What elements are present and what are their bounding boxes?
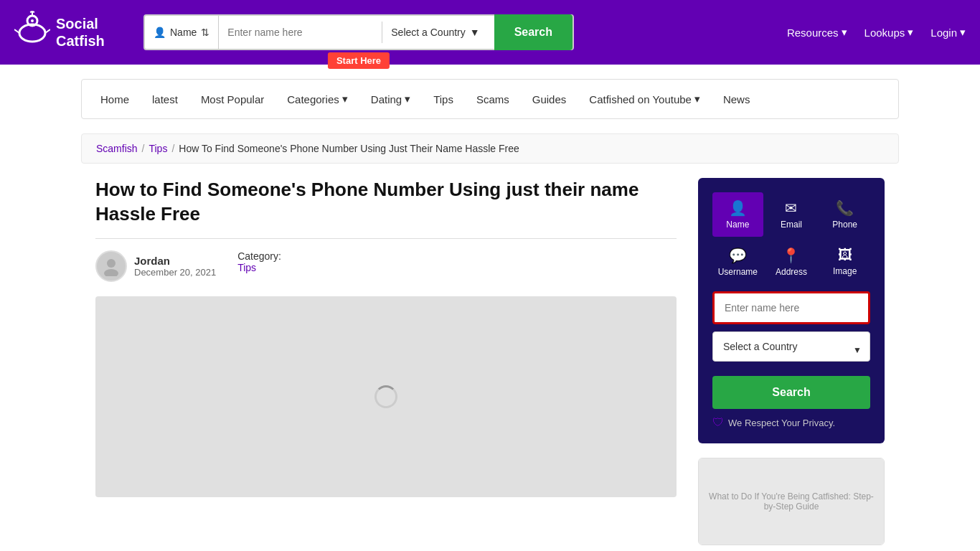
nav-most-popular[interactable]: Most Popular [189,80,275,118]
main-search-bar: 👤 Name ⇅ Select a Country ▼ Search Start… [143,14,574,50]
chevron-down-icon: ▾ [842,26,847,39]
chat-icon: 💬 [729,247,747,264]
svg-point-2 [31,19,34,22]
loading-spinner [374,385,397,408]
chevron-down-icon: ▼ [470,27,480,38]
nav-news[interactable]: News [712,80,762,118]
category-info: Category: Tips [237,250,281,273]
nav-tips[interactable]: Tips [422,80,465,118]
article-image [95,296,677,497]
category-label: Category: [237,250,281,262]
article: How to Find Someone's Phone Number Using… [95,178,677,545]
tab-name[interactable]: 👤 Name [712,192,763,237]
author-date: December 20, 2021 [134,267,216,278]
header-nav: Resources ▾ Lookups ▾ Login ▾ [787,26,966,39]
category-link[interactable]: Tips [237,262,256,273]
article-title: How to Find Someone's Phone Number Using… [95,178,677,227]
sidebar-card[interactable]: What to Do If You're Being Catfished: St… [698,458,885,545]
nav-scams[interactable]: Scams [465,80,521,118]
svg-point-9 [104,269,118,276]
location-icon: 📍 [782,247,800,264]
image-icon: 🖼 [838,247,852,263]
sidebar-name-input[interactable] [712,291,870,324]
search-name-input[interactable] [219,16,382,49]
nav-guides[interactable]: Guides [521,80,578,118]
breadcrumb-scamfish[interactable]: Scamfish [96,143,138,154]
sidebar-country-wrapper: Select a Country [712,331,870,369]
secondary-nav: Home latest Most Popular Categories ▾ Da… [81,79,899,119]
svg-line-5 [32,11,34,12]
author-info: Jordan December 20, 2021 [95,250,216,282]
shield-icon: 🛡 [712,416,724,429]
chevron-down-icon: ▾ [342,93,348,105]
breadcrumb-tips[interactable]: Tips [149,143,167,154]
sidebar-country-select[interactable]: Select a Country [712,331,870,362]
site-logo[interactable]: Social Catfish [14,8,129,57]
nav-dating[interactable]: Dating ▾ [359,80,422,118]
nav-login[interactable]: Login ▾ [930,26,966,39]
sidebar-search-button[interactable]: Search [712,376,870,409]
start-here-badge: Start Here [328,52,390,69]
main-container: How to Find Someone's Phone Number Using… [81,178,899,545]
header-search-button[interactable]: Search [494,14,573,50]
tab-address[interactable]: 📍 Address [766,240,817,284]
search-type-tabs: 👤 Name ✉ Email 📞 Phone 💬 Username 📍 [712,192,870,284]
chevron-down-icon: ▾ [405,93,410,105]
breadcrumb-sep1: / [142,143,145,154]
avatar [95,250,127,282]
search-type-dropdown[interactable]: 👤 Name ⇅ [145,16,219,49]
site-header: Social Catfish 👤 Name ⇅ Select a Country… [0,0,980,65]
sidebar-card-image: What to Do If You're Being Catfished: St… [699,458,884,545]
svg-point-0 [19,24,45,42]
article-divider [95,238,677,239]
breadcrumb: Scamfish / Tips / How To Find Someone's … [81,133,899,164]
person-icon: 👤 [154,27,166,38]
person-icon: 👤 [729,199,747,217]
header-country-select[interactable]: Select a Country ▼ [382,27,488,38]
author-row: Jordan December 20, 2021 Category: Tips [95,250,677,282]
logo-icon [14,8,50,57]
nav-categories[interactable]: Categories ▾ [275,80,359,118]
chevron-down-icon: ▾ [694,93,700,105]
nav-home[interactable]: Home [89,80,141,118]
breadcrumb-current: How To Find Someone's Phone Number Using… [179,143,519,154]
tab-username[interactable]: 💬 Username [712,240,763,284]
tab-phone[interactable]: 📞 Phone [819,192,870,237]
svg-line-4 [30,11,32,12]
tab-image[interactable]: 🖼 Image [819,240,870,284]
nav-catfished-youtube[interactable]: Catfished on Youtube ▾ [578,80,712,118]
email-icon: ✉ [785,199,797,217]
nav-lookups[interactable]: Lookups ▾ [864,26,914,39]
privacy-note: 🛡 We Respect Your Privacy. [712,416,870,429]
author-name: Jordan [134,255,216,267]
tab-email[interactable]: ✉ Email [766,192,817,237]
logo-text: Social Catfish [56,15,105,50]
sidebar-search-widget: 👤 Name ✉ Email 📞 Phone 💬 Username 📍 [698,178,885,443]
nav-resources[interactable]: Resources ▾ [787,26,847,39]
sidebar: 👤 Name ✉ Email 📞 Phone 💬 Username 📍 [698,178,885,545]
breadcrumb-sep2: / [171,143,174,154]
chevron-down-icon: ▾ [908,26,913,39]
svg-point-8 [107,259,116,268]
phone-icon: 📞 [836,199,854,217]
chevron-icon: ⇅ [201,27,209,38]
nav-latest[interactable]: latest [141,80,189,118]
chevron-down-icon: ▾ [960,26,966,39]
secondary-nav-container: Home latest Most Popular Categories ▾ Da… [0,79,980,119]
